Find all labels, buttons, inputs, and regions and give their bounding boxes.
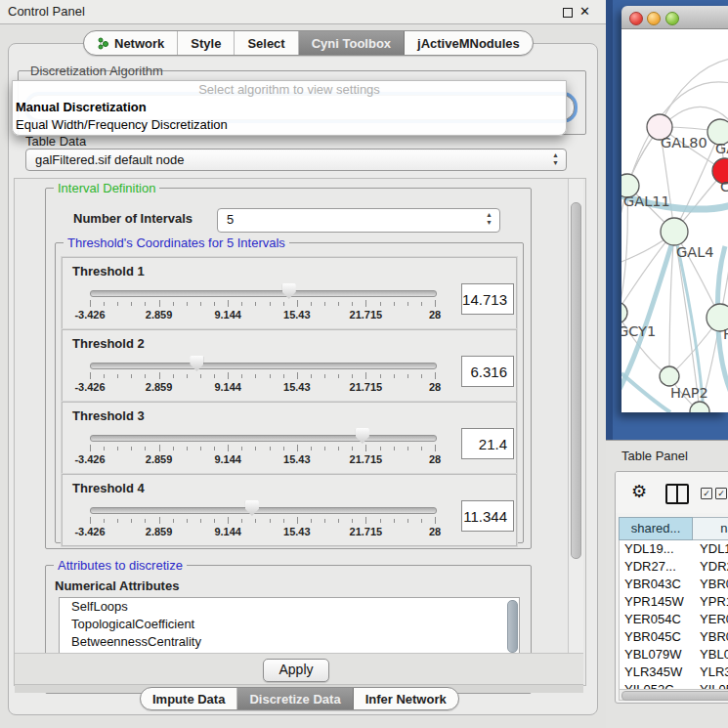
dropdown-item-equal-width-frequency[interactable]: Equal Width/Frequency Discretization	[13, 116, 569, 134]
tick-mark	[394, 374, 395, 378]
tick-mark	[200, 302, 201, 306]
column-header-name[interactable]: name	[693, 517, 728, 540]
cell-name: YDL19...	[693, 540, 728, 558]
network-canvas[interactable]: GAL80GACGAL11GAL4GCY1HHAP2	[621, 29, 728, 412]
column-layout-icon[interactable]	[665, 484, 689, 504]
column-header-shared-name[interactable]: shared...	[619, 517, 693, 540]
threshold-value-field[interactable]: 11.344	[461, 500, 514, 532]
tick-label: -3.426	[74, 526, 105, 537]
slider-track[interactable]	[90, 435, 437, 442]
tick-mark	[117, 374, 118, 378]
list-scrollbar-thumb[interactable]	[507, 600, 518, 653]
tab-jactivemnodules[interactable]: jActiveMNodules	[405, 31, 533, 55]
float-window-icon[interactable]	[563, 8, 573, 18]
table-row[interactable]: YER054CYER054C	[620, 611, 728, 628]
network-node-gal4[interactable]	[661, 218, 688, 245]
network-node-hap2[interactable]	[660, 366, 679, 386]
tick-mark	[311, 374, 312, 378]
network-window-titlebar[interactable]	[621, 6, 728, 29]
cell-shared-name: YBL079W	[620, 646, 693, 664]
table-data-combobox[interactable]: galFiltered.sif default node ▲▼	[25, 149, 567, 171]
network-node[interactable]	[690, 402, 709, 412]
tick-mark	[159, 372, 160, 379]
numerical-attributes-list[interactable]: SelfLoopsTopologicalCoefficientBetweenne…	[59, 597, 520, 655]
attribute-item[interactable]: TopologicalCoefficient	[60, 616, 519, 633]
tick-mark	[200, 519, 201, 523]
tick-mark	[255, 302, 256, 306]
zoom-traffic-light-icon[interactable]	[665, 12, 679, 25]
close-icon[interactable]: ✕	[579, 3, 590, 21]
panel-vertical-scrollbar[interactable]	[568, 179, 583, 683]
tick-mark	[228, 372, 229, 379]
slider-track[interactable]	[90, 290, 437, 297]
scrollbar-thumb[interactable]	[621, 691, 728, 701]
tab-network[interactable]: Network	[84, 31, 178, 55]
table-row[interactable]: YBL079WYBL079W	[620, 646, 728, 664]
tick-mark	[352, 374, 353, 378]
minimize-traffic-light-icon[interactable]	[647, 12, 661, 25]
tick-mark	[270, 374, 271, 378]
tick-mark	[283, 302, 284, 306]
cell-name: YER054C	[693, 611, 728, 628]
slider-track[interactable]	[90, 507, 437, 514]
gear-icon[interactable]: ⚙	[631, 481, 647, 502]
apply-button[interactable]: Apply	[263, 659, 329, 682]
table-row[interactable]: YPR145WYPR145W	[620, 593, 728, 611]
table-toolbar: ⚙ ✓ ✓	[616, 472, 728, 513]
table-row[interactable]: YLR345WYLR345W	[620, 664, 728, 681]
network-node-gcy1[interactable]	[621, 302, 627, 323]
tick-mark	[255, 374, 256, 378]
tick-label: 9.144	[214, 526, 241, 537]
tab-select[interactable]: Select	[235, 31, 298, 55]
threshold-label: Threshold 1	[72, 264, 145, 278]
tick-mark	[187, 374, 188, 378]
bottom-tab-infer-network[interactable]: Infer Network	[354, 688, 458, 709]
table-row[interactable]: YDR27...YDR27...	[620, 558, 728, 576]
cell-name: YPR145W	[693, 593, 728, 611]
cell-name: YLR345W	[693, 664, 728, 681]
checkbox-icon[interactable]: ✓	[715, 488, 727, 499]
tick-mark	[173, 447, 174, 450]
network-edge[interactable]	[621, 232, 674, 313]
tick-mark	[365, 372, 366, 379]
attribute-item[interactable]: BetweennessCentrality	[60, 633, 519, 651]
tick-label: -3.426	[74, 381, 105, 393]
threshold-row: Threshold 3-3.4262.8599.14415.4321.71528…	[62, 402, 517, 474]
tick-label: 28	[429, 526, 441, 537]
tick-label: 2.859	[146, 309, 173, 321]
threshold-value-field[interactable]: 21.4	[461, 428, 514, 459]
table-rows-container: YDL19...YDL19...YDR27...YDR27...YBR043CY…	[619, 540, 728, 697]
network-edge[interactable]	[660, 59, 728, 127]
checkbox-icon[interactable]: ✓	[701, 488, 712, 499]
table-row[interactable]: YBR045CYBR045C	[620, 628, 728, 646]
cell-name: YBR045C	[693, 628, 728, 646]
node-label: GA	[715, 141, 728, 156]
table-row[interactable]: YBR043CYBR043C	[620, 576, 728, 593]
tick-mark	[338, 374, 339, 378]
dropdown-item-manual-discretization[interactable]: Manual Discretization	[13, 99, 569, 116]
scrollbar-thumb[interactable]	[571, 202, 581, 559]
table-panel: Table Panel ⚙ ✓ ✓ shared... name YDL19..…	[606, 440, 728, 728]
tab-style[interactable]: Style	[178, 31, 235, 55]
close-traffic-light-icon[interactable]	[629, 12, 643, 25]
table-panel-inner: ⚙ ✓ ✓ shared... name YDL19...YDL19...YDR…	[615, 471, 728, 704]
threshold-value-field[interactable]: 6.316	[461, 356, 514, 387]
tab-label: Cyni Toolbox	[312, 36, 391, 51]
tick-mark	[173, 374, 174, 378]
slider-track[interactable]	[90, 363, 437, 369]
tab-cyni-toolbox[interactable]: Cyni Toolbox	[299, 31, 405, 55]
attribute-items-container: SelfLoopsTopologicalCoefficientBetweenne…	[60, 598, 519, 651]
tick-mark	[435, 445, 436, 451]
tick-label: 2.859	[146, 453, 173, 465]
tick-mark	[407, 302, 408, 306]
threshold-value-field[interactable]: 14.713	[461, 283, 514, 315]
tick-mark	[241, 447, 242, 450]
attribute-item[interactable]: SelfLoops	[60, 598, 519, 616]
tick-mark	[407, 519, 408, 523]
table-row[interactable]: YDL19...YDL19...	[620, 540, 728, 558]
table-horizontal-scrollbar[interactable]	[619, 689, 728, 701]
number-of-intervals-combobox[interactable]: 5 ▲▼	[217, 208, 500, 233]
bottom-tab-discretize-data[interactable]: Discretize Data	[237, 688, 353, 709]
tick-mark	[365, 445, 366, 451]
bottom-tab-impute-data[interactable]: Impute Data	[141, 688, 237, 709]
